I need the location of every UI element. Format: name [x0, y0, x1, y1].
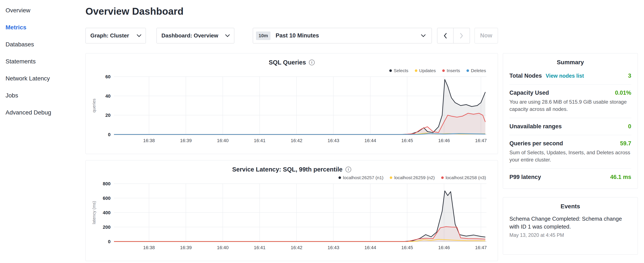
sql-queries-chart-panel: SQL Queries i SelectsUpdatesInsertsDelet…	[86, 53, 498, 154]
svg-text:16:38: 16:38	[143, 138, 155, 143]
legend-item[interactable]: localhost:26259 (n2)	[390, 175, 434, 180]
svg-text:16:47: 16:47	[475, 138, 487, 143]
controls-bar: Graph: Cluster Dashboard: Overview 10m P…	[86, 28, 498, 43]
svg-text:16:40: 16:40	[217, 138, 228, 143]
summary-stat-value: 0	[628, 123, 631, 130]
chart-legend: SelectsUpdatesInsertsDeletes	[86, 68, 498, 73]
time-back-button[interactable]	[437, 28, 454, 43]
sql-queries-chart[interactable]: 16:3816:3916:4016:4116:4216:4316:4416:45…	[86, 74, 498, 147]
summary-stat: Queries per second59.7Sum of Selects, Up…	[510, 135, 631, 169]
legend-label: Inserts	[447, 68, 460, 73]
summary-stat-label: Unavailable ranges	[510, 123, 562, 130]
summary-stat: P99 latency46.1 ms	[510, 169, 631, 183]
legend-dot-icon	[390, 176, 392, 179]
svg-text:latency (ms): latency (ms)	[92, 201, 96, 224]
time-range-label: Past 10 Minutes	[276, 32, 319, 39]
time-range-badge: 10m	[256, 32, 270, 40]
svg-text:16:38: 16:38	[143, 245, 155, 250]
graph-dropdown-label: Graph: Cluster	[90, 32, 129, 39]
svg-text:400: 400	[103, 210, 110, 215]
svg-text:16:44: 16:44	[364, 138, 376, 143]
event-message: Schema Change Completed: Schema change w…	[510, 215, 631, 230]
svg-text:40: 40	[106, 93, 110, 99]
time-pager	[437, 28, 470, 43]
legend-label: localhost:26257 (n1)	[343, 175, 383, 180]
view-nodes-link[interactable]: View nodes list	[546, 73, 584, 79]
sidebar-item-databases[interactable]: Databases	[6, 41, 86, 48]
svg-text:16:39: 16:39	[180, 245, 192, 250]
legend-dot-icon	[338, 176, 341, 179]
legend-item[interactable]: Deletes	[466, 68, 486, 73]
legend-item[interactable]: Updates	[415, 68, 436, 73]
legend-item[interactable]: localhost:26257 (n1)	[338, 175, 383, 180]
legend-item[interactable]: Inserts	[442, 68, 460, 73]
chart-title: SQL Queries	[269, 59, 306, 66]
summary-stat: Unavailable ranges0	[510, 118, 631, 135]
main-content: Overview Dashboard Graph: Cluster Dashbo…	[86, 0, 498, 261]
app-root: OverviewMetricsDatabasesStatementsNetwor…	[0, 0, 644, 263]
svg-text:60: 60	[106, 74, 110, 79]
chevron-down-icon	[421, 34, 426, 37]
chart-title-row: SQL Queries i	[86, 59, 498, 66]
legend-item[interactable]: localhost:26258 (n3)	[441, 175, 486, 180]
sidebar-nav-list: OverviewMetricsDatabasesStatementsNetwor…	[6, 7, 86, 116]
legend-label: localhost:26259 (n2)	[394, 175, 434, 180]
legend-label: Updates	[419, 68, 436, 73]
sidebar-item-advanced-debug[interactable]: Advanced Debug	[6, 109, 86, 116]
summary-stat-value: 59.7	[620, 140, 631, 147]
svg-text:16:41: 16:41	[254, 245, 266, 250]
now-button[interactable]: Now	[474, 28, 498, 43]
sidebar-item-network-latency[interactable]: Network Latency	[6, 75, 86, 82]
summary-stat-description: Sum of Selects, Updates, Inserts, and De…	[510, 149, 631, 163]
svg-text:16:39: 16:39	[180, 138, 192, 143]
svg-text:16:45: 16:45	[401, 245, 413, 250]
summary-stat-label: Capacity Used	[510, 90, 549, 96]
sidebar-item-statements[interactable]: Statements	[6, 58, 86, 65]
chart-title: Service Latency: SQL, 99th percentile	[232, 166, 342, 173]
summary-rows: Total NodesView nodes list3Capacity Used…	[510, 68, 631, 183]
info-icon[interactable]: i	[346, 167, 351, 172]
summary-title: Summary	[510, 59, 631, 66]
events-title: Events	[510, 203, 631, 210]
legend-label: Deletes	[471, 68, 486, 73]
legend-label: localhost:26258 (n3)	[446, 175, 486, 180]
svg-text:queries: queries	[92, 99, 96, 113]
svg-text:16:42: 16:42	[291, 138, 302, 143]
summary-panel: Summary Total NodesView nodes list3Capac…	[503, 53, 638, 189]
sidebar-item-jobs[interactable]: Jobs	[6, 92, 86, 99]
summary-stat-value: 3	[628, 73, 631, 79]
chevron-left-icon	[444, 33, 447, 39]
svg-text:16:46: 16:46	[438, 245, 450, 250]
event-timestamp: May 13, 2020 at 4:45 PM	[510, 232, 631, 238]
chart-legend: localhost:26257 (n1)localhost:26259 (n2)…	[86, 175, 498, 180]
legend-label: Selects	[394, 68, 408, 73]
summary-stat: Capacity Used0.01%You are using 28.6 MiB…	[510, 85, 631, 118]
chart-title-row: Service Latency: SQL, 99th percentile i	[86, 166, 498, 173]
svg-text:20: 20	[106, 113, 110, 118]
sidebar-item-overview[interactable]: Overview	[6, 7, 86, 14]
chevron-down-icon	[225, 34, 230, 37]
sidebar-item-metrics[interactable]: Metrics	[6, 24, 86, 31]
events-list: Schema Change Completed: Schema change w…	[510, 215, 631, 238]
chevron-down-icon	[137, 34, 142, 37]
svg-text:16:41: 16:41	[254, 138, 266, 143]
service-latency-chart[interactable]: 16:3816:3916:4016:4116:4216:4316:4416:45…	[86, 181, 498, 254]
svg-text:600: 600	[103, 195, 110, 201]
time-range-dropdown[interactable]: 10m Past 10 Minutes	[253, 28, 432, 43]
svg-text:16:43: 16:43	[328, 245, 339, 250]
legend-dot-icon	[442, 69, 445, 72]
service-latency-chart-panel: Service Latency: SQL, 99th percentile i …	[86, 160, 498, 261]
svg-text:0: 0	[108, 132, 110, 137]
svg-text:16:42: 16:42	[291, 245, 302, 250]
summary-stat-label: Total Nodes	[510, 73, 542, 79]
summary-stat-value: 46.1 ms	[610, 174, 631, 180]
graph-dropdown[interactable]: Graph: Cluster	[86, 28, 146, 43]
page-title: Overview Dashboard	[86, 6, 498, 17]
dashboard-dropdown[interactable]: Dashboard: Overview	[156, 28, 234, 43]
legend-item[interactable]: Selects	[389, 68, 408, 73]
svg-text:800: 800	[103, 181, 110, 186]
info-icon[interactable]: i	[309, 60, 315, 65]
legend-dot-icon	[415, 69, 417, 72]
chevron-right-icon	[460, 33, 463, 39]
legend-dot-icon	[441, 176, 444, 179]
